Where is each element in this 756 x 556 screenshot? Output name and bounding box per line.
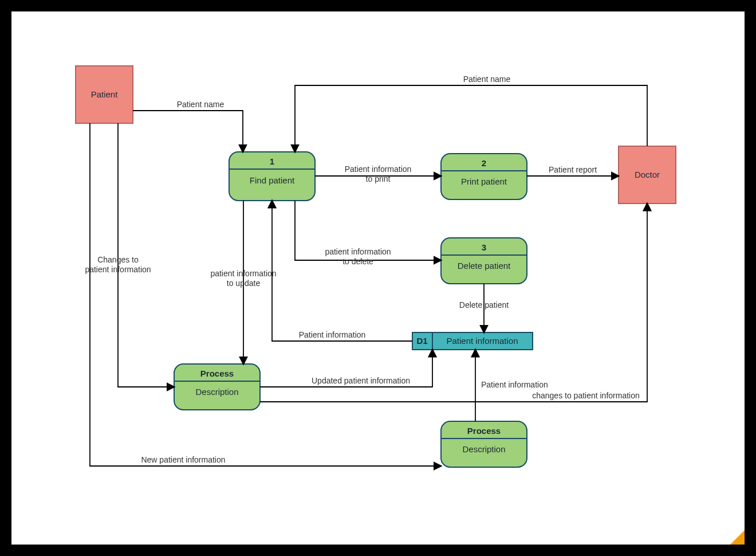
flow-find-to-update-label-2: to update	[227, 279, 261, 288]
corner-badge	[730, 530, 745, 545]
process-delete-label: Delete patient	[458, 261, 511, 271]
process-print-num: 2	[482, 158, 486, 168]
process-update-num: Process	[200, 369, 234, 378]
flow-ds-to-find-label: Patient information	[299, 330, 366, 339]
datastore-d1[interactable]: D1 Patient information	[412, 332, 533, 350]
flow-update-to-ds-label: Updated patient information	[312, 376, 410, 385]
process-print[interactable]: 2 Print patient	[441, 154, 527, 199]
flow-update-to-doctor	[260, 203, 647, 402]
process-update[interactable]: Process Description	[174, 364, 260, 410]
flow-ds-to-find	[272, 201, 412, 341]
flow-doctor-to-find	[295, 85, 647, 152]
process-delete[interactable]: 3 Delete patient	[441, 238, 527, 284]
flow-patient-to-update-label-2: patient information	[85, 265, 151, 274]
process-delete-num: 3	[482, 242, 486, 252]
flow-doctor-to-find-label: Patient name	[463, 75, 511, 84]
process-find-num: 1	[270, 156, 274, 166]
flow-find-to-print-label-2: to print	[366, 174, 391, 183]
process-print-label: Print patient	[461, 177, 507, 186]
entity-doctor-label: Doctor	[635, 170, 660, 179]
flow-update-to-doctor-label: changes to patient information	[532, 391, 640, 400]
datastore-id: D1	[416, 336, 427, 346]
flow-find-to-delete-label-1: patient information	[325, 247, 391, 256]
process-add-label: Description	[462, 444, 505, 454]
process-add[interactable]: Process Description	[441, 421, 527, 467]
flow-print-to-doctor-label: Patient report	[549, 165, 597, 174]
process-update-label: Description	[195, 387, 238, 397]
process-find-label: Find patient	[250, 175, 295, 185]
flow-find-to-update-label-1: patient information	[210, 269, 276, 278]
datastore-label: Patient information	[446, 336, 518, 346]
flow-find-to-delete-label-2: to delete	[342, 257, 373, 266]
flow-find-to-print-label-1: Patient information	[345, 165, 412, 174]
entity-doctor[interactable]: Doctor	[619, 146, 676, 203]
entity-patient-label: Patient	[91, 89, 119, 99]
entity-patient[interactable]: Patient	[76, 66, 133, 123]
diagram-canvas: Patient Doctor 1 Find patient 2 Print pa…	[11, 11, 745, 545]
process-find[interactable]: 1 Find patient	[229, 152, 315, 201]
flow-patient-to-find-label: Patient name	[177, 100, 225, 109]
flow-delete-to-ds-label: Delete patient	[459, 300, 509, 310]
flow-patient-to-add-label: New patient information	[141, 455, 225, 464]
dfd-diagram: Patient Doctor 1 Find patient 2 Print pa…	[11, 11, 745, 545]
process-add-num: Process	[467, 426, 501, 436]
flow-patient-to-find	[133, 111, 243, 152]
flow-add-to-ds-label: Patient information	[481, 380, 548, 389]
flow-patient-to-update-label-1: Changes to	[97, 255, 139, 264]
